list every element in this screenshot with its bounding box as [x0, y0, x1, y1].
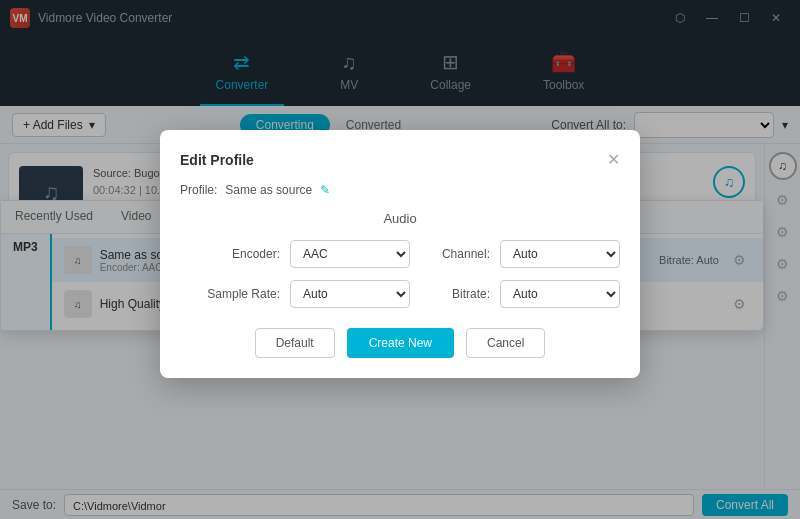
bitrate-label: Bitrate: — [420, 287, 490, 301]
modal-close-button[interactable]: ✕ — [607, 150, 620, 169]
default-button[interactable]: Default — [255, 328, 335, 358]
sample-rate-select[interactable]: Auto 8000 44100 48000 — [290, 280, 410, 308]
encoder-row: Encoder: AAC MP3 AC3 FLAC Channel: Auto … — [180, 240, 620, 268]
modal-profile-row: Profile: Same as source ✎ — [180, 183, 620, 197]
sample-rate-row: Sample Rate: Auto 8000 44100 48000 Bitra… — [180, 280, 620, 308]
cancel-button[interactable]: Cancel — [466, 328, 545, 358]
encoder-select[interactable]: AAC MP3 AC3 FLAC — [290, 240, 410, 268]
sample-rate-label: Sample Rate: — [180, 287, 280, 301]
profile-value: Same as source — [225, 183, 312, 197]
modal-overlay: Edit Profile ✕ Profile: Same as source ✎… — [0, 0, 800, 519]
bitrate-select[interactable]: Auto 128 192 256 320 — [500, 280, 620, 308]
edit-profile-modal: Edit Profile ✕ Profile: Same as source ✎… — [160, 130, 640, 378]
profile-label: Profile: — [180, 183, 217, 197]
encoder-label: Encoder: — [180, 247, 280, 261]
profile-edit-icon[interactable]: ✎ — [320, 183, 330, 197]
channel-label: Channel: — [420, 247, 490, 261]
modal-title: Edit Profile — [180, 152, 254, 168]
create-new-button[interactable]: Create New — [347, 328, 454, 358]
modal-header: Edit Profile ✕ — [180, 150, 620, 169]
channel-select-modal[interactable]: Auto Mono Stereo — [500, 240, 620, 268]
modal-actions: Default Create New Cancel — [180, 328, 620, 358]
modal-section-title: Audio — [180, 211, 620, 226]
